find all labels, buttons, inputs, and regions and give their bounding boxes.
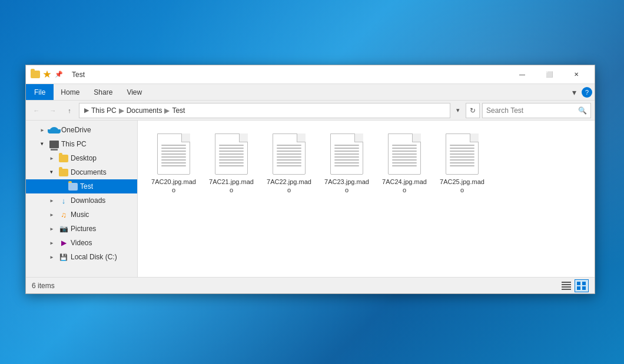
main-content: ► OneDrive ► This PC ► Deskto <box>26 121 595 277</box>
documents-icon <box>59 168 68 177</box>
pictures-icon: 📷 <box>59 224 68 233</box>
refresh-button[interactable]: ↻ <box>466 103 480 118</box>
test-icon <box>68 182 78 191</box>
search-button[interactable]: 🔍 <box>578 106 587 115</box>
path-test: Test <box>172 106 185 115</box>
search-box[interactable]: 🔍 <box>482 103 591 118</box>
doc-icon-4 <box>388 133 421 175</box>
menu-bar: File Home Share View ▾ ? <box>26 84 595 101</box>
doc-icon-2 <box>273 133 306 175</box>
file-item[interactable]: 7AC22.jpg.mado <box>263 130 316 198</box>
onedrive-label: OneDrive <box>61 126 91 134</box>
menu-help-button[interactable]: ? <box>582 87 592 98</box>
file-icon-5 <box>443 133 481 175</box>
videos-icon: ▶ <box>59 238 68 248</box>
file-item[interactable]: 7AC21.jpg.mado <box>205 130 258 198</box>
svg-rect-7 <box>582 286 586 290</box>
close-button[interactable]: ✕ <box>563 65 590 84</box>
status-bar: 6 items <box>26 277 595 293</box>
forward-button[interactable]: → <box>46 103 60 118</box>
file-icon-1 <box>213 133 250 175</box>
music-icon: ♫ <box>59 210 68 219</box>
svg-rect-0 <box>562 282 571 283</box>
path-sep1: ▶ <box>119 106 124 115</box>
sidebar-item-desktop[interactable]: ► Desktop <box>26 151 137 165</box>
sidebar-item-music[interactable]: ► ♫ Music <box>26 208 137 222</box>
doc-icon-3 <box>330 133 363 175</box>
sidebar: ► OneDrive ► This PC ► Deskto <box>26 121 138 277</box>
path-sep2: ▶ <box>164 106 170 115</box>
file-label-3: 7AC23.jpg.mado <box>323 178 370 195</box>
local-disk-icon: 💾 <box>59 252 68 262</box>
title-bar: 📌 Test — ⬜ ✕ <box>26 65 595 84</box>
doc-icon-5 <box>446 133 479 175</box>
file-item[interactable]: 7AC25.jpg.mado <box>436 130 489 198</box>
svg-rect-2 <box>562 286 571 288</box>
file-label-5: 7AC25.jpg.mado <box>439 178 486 195</box>
sidebar-item-documents[interactable]: ► Documents <box>26 165 137 179</box>
back-button[interactable]: ← <box>29 103 44 118</box>
view-toggles <box>559 279 589 292</box>
svg-rect-3 <box>562 289 571 290</box>
file-item[interactable]: 7AC20.jpg.mado <box>147 130 200 198</box>
quick-access-icon <box>42 70 52 79</box>
file-area: 7AC20.jpg.mado 7AC21.jpg.mado 7AC22.jpg.… <box>138 121 595 277</box>
title-bar-icons: 📌 <box>31 70 64 79</box>
svg-rect-6 <box>577 286 580 290</box>
path-this-pc: This PC <box>91 106 117 115</box>
menu-collapse-button[interactable]: ▾ <box>567 86 580 99</box>
menu-view[interactable]: View <box>120 84 149 100</box>
downloads-label: Downloads <box>71 196 105 205</box>
search-input[interactable] <box>486 106 578 115</box>
svg-rect-1 <box>562 284 571 285</box>
documents-expand-arrow: ► <box>47 168 57 177</box>
file-item[interactable]: 7AC23.jpg.mado <box>320 130 373 198</box>
this-pc-icon <box>49 139 59 149</box>
window-title: Test <box>72 71 85 79</box>
sidebar-item-pictures[interactable]: ► 📷 Pictures <box>26 222 137 236</box>
maximize-button[interactable]: ⬜ <box>536 65 563 84</box>
pictures-expand-arrow: ► <box>47 224 57 233</box>
path-documents: Documents <box>127 106 162 115</box>
test-label: Test <box>80 182 93 191</box>
window-controls: — ⬜ ✕ <box>509 65 590 84</box>
minimize-button[interactable]: — <box>509 65 536 84</box>
menu-share[interactable]: Share <box>87 84 120 100</box>
address-path[interactable]: ▶ This PC ▶ Documents ▶ Test <box>79 103 450 118</box>
local-disk-label: Local Disk (C:) <box>71 253 117 261</box>
details-view-icon <box>562 282 571 290</box>
sidebar-item-this-pc[interactable]: ► This PC <box>26 137 137 151</box>
up-button[interactable]: ↑ <box>62 103 77 118</box>
music-expand-arrow: ► <box>47 210 57 219</box>
videos-expand-arrow: ► <box>47 238 57 248</box>
status-count: 6 items <box>32 282 55 290</box>
folder-icon-title <box>31 70 40 79</box>
svg-rect-4 <box>577 282 580 285</box>
pictures-label: Pictures <box>71 225 96 233</box>
file-item[interactable]: 7AC24.jpg.mado <box>378 130 431 198</box>
desktop-expand-arrow: ► <box>47 153 57 163</box>
sidebar-item-downloads[interactable]: ► ↓ Downloads <box>26 193 137 208</box>
menu-home[interactable]: Home <box>54 84 87 100</box>
sidebar-item-test[interactable]: Test <box>26 179 137 193</box>
sidebar-item-videos[interactable]: ► ▶ Videos <box>26 236 137 250</box>
this-pc-label: This PC <box>61 140 87 148</box>
file-label-2: 7AC22.jpg.mado <box>265 178 313 195</box>
file-icon-0 <box>155 133 192 175</box>
file-label-1: 7AC21.jpg.mado <box>208 178 255 195</box>
file-icon-3 <box>328 133 366 175</box>
menu-file[interactable]: File <box>26 84 54 100</box>
address-bar: ← → ↑ ▶ This PC ▶ Documents ▶ Test ▾ ↻ 🔍 <box>26 101 595 121</box>
music-label: Music <box>71 211 89 219</box>
details-view-button[interactable] <box>559 279 573 292</box>
this-pc-expand-arrow: ► <box>38 139 47 149</box>
file-icon-4 <box>386 133 423 175</box>
address-dropdown-button[interactable]: ▾ <box>453 103 463 118</box>
onedrive-expand-arrow: ► <box>38 125 47 135</box>
large-icons-view-button[interactable] <box>575 279 589 292</box>
downloads-expand-arrow: ► <box>47 196 57 205</box>
documents-label: Documents <box>71 168 107 176</box>
sidebar-item-local-disk[interactable]: ► 💾 Local Disk (C:) <box>26 250 137 264</box>
sidebar-item-onedrive[interactable]: ► OneDrive <box>26 123 137 137</box>
desktop-label: Desktop <box>71 154 97 162</box>
